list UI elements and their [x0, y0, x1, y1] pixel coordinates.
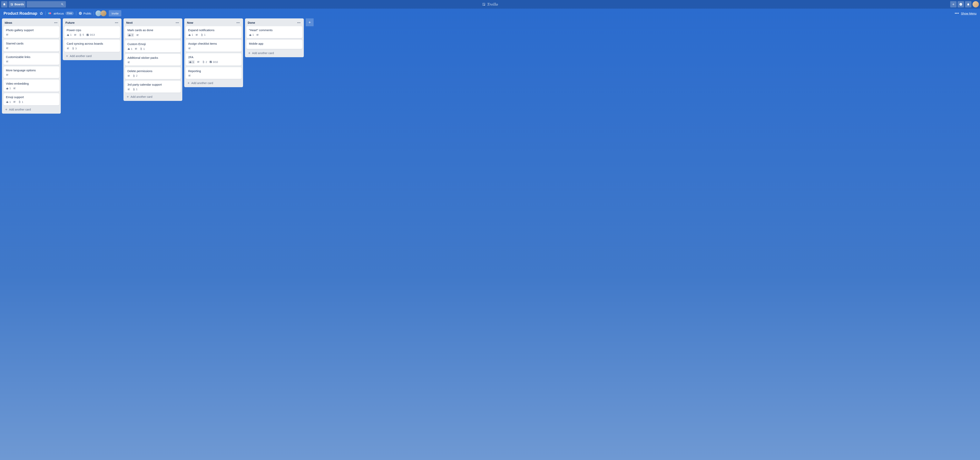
card[interactable]: Starred cards: [3, 40, 59, 51]
card[interactable]: Additional sticker packs: [125, 54, 181, 66]
card-badges: [6, 33, 57, 36]
card[interactable]: Delete permissions2: [125, 67, 181, 79]
attachment-icon: [132, 75, 135, 77]
card[interactable]: Mobile app: [247, 40, 302, 49]
board-members[interactable]: [96, 10, 107, 16]
attachment-icon: [18, 100, 21, 103]
notifications-button[interactable]: [965, 1, 971, 8]
card-title: 2FA: [188, 55, 239, 59]
card[interactable]: Custom Emoji11: [125, 40, 181, 52]
logo-text: Trello: [487, 2, 498, 7]
votes-badge: 1: [6, 100, 11, 103]
board-title[interactable]: Product Roadmap: [3, 11, 37, 16]
card[interactable]: 3rd party calendar support1: [125, 81, 181, 93]
description-icon: [197, 60, 200, 63]
list-menu-button[interactable]: •••: [175, 21, 180, 25]
description-icon: [127, 88, 130, 91]
card-title: Starred cards: [6, 41, 57, 46]
votes-badge: 2: [127, 33, 134, 36]
visibility-label: Public: [83, 12, 91, 15]
card-title: "Heart" comments: [249, 28, 300, 32]
invite-button[interactable]: Invite: [109, 10, 121, 16]
card[interactable]: Reporting: [186, 67, 242, 79]
team-link[interactable]: airfocus Free: [48, 11, 74, 15]
description-icon: [6, 73, 9, 76]
team-logo: [48, 12, 52, 14]
card[interactable]: "Heart" comments1: [247, 26, 302, 38]
list: Ideas •••Photo gallery supportStarred ca…: [2, 18, 61, 114]
attachment-icon: [200, 33, 203, 36]
card[interactable]: Video embedding1: [3, 80, 59, 92]
thumbs-up-icon: [189, 60, 192, 63]
app-logo: Trello: [482, 2, 498, 7]
boards-button[interactable]: Boards: [9, 1, 25, 8]
list-menu-button[interactable]: •••: [297, 21, 301, 25]
card-badges: 1: [6, 87, 57, 90]
list-title[interactable]: Future: [65, 21, 75, 24]
card-title: Video embedding: [6, 82, 57, 86]
add-card-button[interactable]: Add another card: [247, 51, 302, 56]
description-icon: [135, 48, 137, 50]
list-title[interactable]: Done: [248, 21, 255, 24]
add-card-label: Add another card: [191, 81, 213, 85]
add-list-button[interactable]: [306, 18, 313, 26]
attachment-badge: 3: [72, 47, 76, 50]
divider: [94, 11, 94, 15]
list-header: Next •••: [125, 20, 181, 25]
description-badge: [136, 34, 139, 36]
create-button[interactable]: [950, 1, 956, 8]
description-badge: [6, 33, 9, 36]
checklist-icon: [209, 60, 212, 63]
card[interactable]: Photo gallery support: [3, 26, 59, 38]
info-button[interactable]: [958, 1, 964, 8]
add-card-button[interactable]: Add another card: [186, 81, 242, 86]
attachment-badge: 2: [132, 74, 137, 77]
card-title: Emoji support: [6, 95, 57, 99]
card[interactable]: Emoji support11: [3, 93, 59, 105]
list-title[interactable]: Next: [126, 21, 133, 24]
list-title[interactable]: Now: [187, 21, 193, 24]
card-title: Customizable links: [6, 55, 57, 59]
card[interactable]: Mark cards as done2: [125, 26, 181, 39]
board-canvas: Ideas •••Photo gallery supportStarred ca…: [0, 18, 980, 460]
description-icon: [67, 47, 69, 50]
card-badges: [188, 74, 239, 77]
description-badge: [196, 33, 198, 36]
home-button[interactable]: [1, 1, 8, 8]
attachment-icon: [132, 88, 135, 91]
member-avatar[interactable]: [100, 10, 107, 16]
list-menu-button[interactable]: •••: [54, 21, 58, 25]
card[interactable]: 2FA120/10: [186, 53, 242, 66]
star-icon[interactable]: [40, 11, 43, 15]
home-icon: [3, 3, 6, 6]
list-title[interactable]: Ideas: [5, 21, 12, 24]
description-icon: [127, 75, 130, 77]
card[interactable]: More language options: [3, 67, 59, 78]
add-card-button[interactable]: Add another card: [3, 107, 59, 112]
card[interactable]: Assign checklist items: [186, 40, 242, 52]
add-card-button[interactable]: Add another card: [64, 54, 120, 59]
list-menu-button[interactable]: •••: [115, 21, 119, 25]
description-icon: [196, 33, 198, 36]
card[interactable]: Power-Ups150/13: [64, 26, 120, 38]
card-title: 3rd party calendar support: [127, 82, 178, 87]
card-badges: 150/13: [67, 33, 118, 36]
card[interactable]: Expand notifications11: [186, 26, 242, 38]
show-menu-button[interactable]: Show Menu: [961, 12, 977, 15]
search-input[interactable]: [27, 1, 66, 8]
ellipsis-icon[interactable]: •••: [955, 11, 959, 16]
votes-badge: 1: [188, 60, 195, 63]
add-card-label: Add another card: [9, 108, 31, 111]
add-card-label: Add another card: [130, 95, 152, 98]
description-badge: [127, 88, 130, 91]
user-avatar[interactable]: [972, 1, 979, 8]
visibility-button[interactable]: Public: [79, 11, 91, 15]
globe-icon: [79, 11, 82, 15]
description-badge: [74, 33, 76, 36]
thumbs-up-icon: [127, 48, 130, 50]
card[interactable]: Customizable links: [3, 53, 59, 65]
card[interactable]: Card syncing across boards3: [64, 40, 120, 52]
plus-icon: [65, 54, 68, 58]
list-menu-button[interactable]: •••: [236, 21, 240, 25]
add-card-button[interactable]: Add another card: [125, 94, 181, 99]
